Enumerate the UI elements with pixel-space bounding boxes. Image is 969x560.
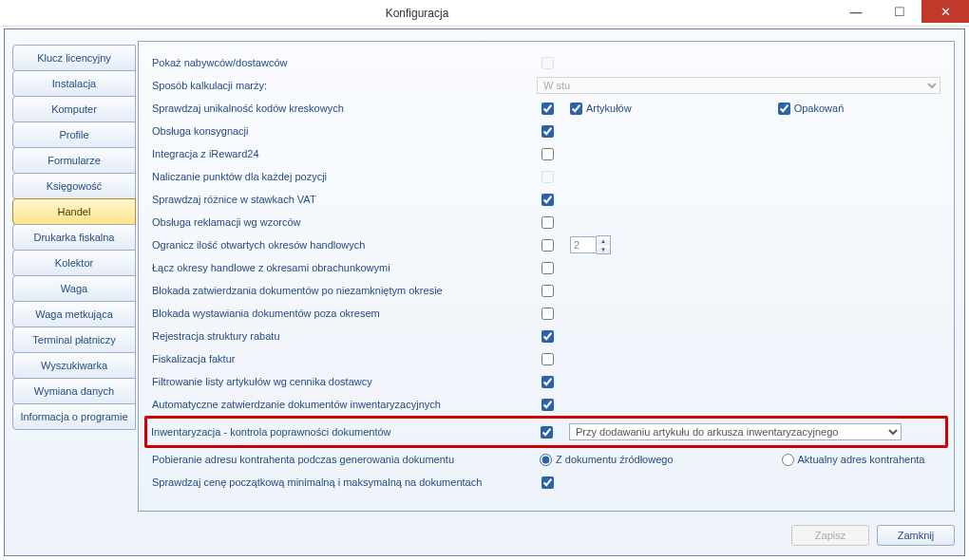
sidebar-item-11[interactable]: Terminal płatniczy [12,327,136,353]
setting-checkbox [542,171,554,183]
period-spinner-input [570,236,597,253]
setting-row-3: Obsługa konsygnacji [152,120,940,142]
setting-checkbox[interactable] [542,330,554,343]
close-dialog-button[interactable]: Zamknij [877,525,955,546]
config-window: Konfiguracja — ☐ ✕ Klucz licencyjnyInsta… [0,0,969,560]
setting-row-12: Rejestracja struktury rabatu [152,325,940,347]
setting-main [542,476,570,489]
setting-label: Blokada zatwierdzania dokumentów po niez… [152,285,542,296]
setting-row-18: Sprawdzaj cenę początkową minimalną i ma… [152,471,940,494]
dialog-buttons: Zapisz Zamknij [791,525,955,546]
setting-row-4: Integracja z iReward24 [152,142,940,165]
setting-row-8: Ogranicz ilość otwartych okresów handlow… [152,233,940,256]
title-bar: Konfiguracja — ☐ ✕ [0,0,969,27]
sidebar-item-10[interactable]: Waga metkująca [12,301,136,327]
radio-input[interactable] [782,454,794,466]
setting-main [542,57,570,69]
extra-check-1[interactable]: Opakowań [778,103,845,115]
setting-label: Filtrowanie listy artykułów wg cennika d… [152,376,542,387]
maximize-button[interactable]: ☐ [878,0,922,23]
spin-up-icon[interactable]: ▲ [597,236,610,245]
setting-checkbox[interactable] [542,103,554,115]
sidebar-item-8[interactable]: Kolektor [12,250,136,276]
close-button[interactable]: ✕ [922,0,969,23]
setting-checkbox[interactable] [542,216,554,229]
radio-input[interactable] [540,454,552,466]
sidebar-item-14[interactable]: Informacja o programie [12,403,136,430]
setting-select: W stu [537,77,940,94]
setting-main [542,239,570,252]
setting-checkbox[interactable] [542,194,554,206]
sidebar-item-9[interactable]: Waga [12,275,136,302]
sidebar-item-12[interactable]: Wyszukiwarka [12,352,136,379]
minimize-button[interactable]: — [834,0,878,23]
setting-checkbox[interactable] [542,239,554,252]
sidebar-item-5[interactable]: Księgowość [12,173,136,199]
sidebar-item-4[interactable]: Formularze [12,147,136,174]
setting-checkbox[interactable] [542,125,554,138]
setting-checkbox [542,57,554,69]
setting-label: Sprawdzaj unikalność kodów kreskowych [152,103,542,114]
setting-row-5: Naliczanie punktów dla każdej pozycji [152,165,940,188]
setting-label: Łącz okresy handlowe z okresami obrachun… [152,262,542,273]
setting-row-17: Pobieranie adresu kontrahenta podczas ge… [152,448,940,471]
setting-extra: Z dokumentu źródłowegoAktualny adres kon… [540,454,940,466]
setting-row-1: Sposób kalkulacji marży:W stu [152,74,940,97]
sidebar-item-6[interactable]: Handel [12,198,136,225]
radio-label: Z dokumentu źródłowego [556,454,674,465]
setting-checkbox[interactable] [541,426,553,439]
radio-option-0[interactable]: Z dokumentu źródłowego [540,454,674,466]
sidebar-item-1[interactable]: Instalacja [12,70,136,97]
setting-label: Automatyczne zatwierdzanie dokumentów in… [152,399,542,410]
window-buttons: — ☐ ✕ [834,0,969,26]
sidebar-item-13[interactable]: Wymiana danych [12,378,136,404]
setting-main [542,353,570,365]
config-sidebar: Klucz licencyjnyInstalacjaKomputerProfil… [12,45,136,429]
setting-row-0: Pokaż nabywców/dostawców [152,51,940,74]
config-panel: Pokaż nabywców/dostawcówSposób kalkulacj… [138,41,955,512]
setting-checkbox[interactable] [542,353,554,365]
radio-option-1[interactable]: Aktualny adres kontrahenta [782,454,925,466]
setting-row-14: Filtrowanie listy artykułów wg cennika d… [152,370,940,393]
setting-label: Obsługa reklamacji wg wzorców [152,216,542,228]
client-area: Klucz licencyjnyInstalacjaKomputerProfil… [4,28,965,556]
setting-checkbox[interactable] [542,476,554,489]
setting-checkbox[interactable] [542,376,554,388]
setting-label: Sprawdzaj cenę początkową minimalną i ma… [152,476,542,488]
setting-extra: W stu [539,77,940,94]
setting-label: Blokada wystawiania dokumentów poza okre… [152,308,542,319]
setting-row-9: Łącz okresy handlowe z okresami obrachun… [152,256,940,279]
setting-checkbox[interactable] [542,262,554,274]
sidebar-item-3[interactable]: Profile [12,121,136,148]
extra-check-0[interactable]: Artykułów [570,103,632,115]
setting-label: Pokaż nabywców/dostawców [152,57,542,68]
setting-label: Fiskalizacja faktur [152,353,542,364]
extra-checkbox[interactable] [570,103,582,115]
setting-main [542,376,570,388]
setting-row-7: Obsługa reklamacji wg wzorców [152,211,940,233]
setting-main [542,194,570,206]
setting-checkbox[interactable] [542,148,554,160]
setting-row-16: Inwentaryzacja - kontrola poprawności do… [144,416,948,448]
setting-main [542,148,570,160]
setting-row-11: Blokada wystawiania dokumentów poza okre… [152,302,940,325]
setting-row-10: Blokada zatwierdzania dokumentów po niez… [152,279,940,302]
radio-label: Aktualny adres kontrahenta [798,454,925,465]
save-button[interactable]: Zapisz [791,525,869,546]
sidebar-item-7[interactable]: Drukarka fiskalna [12,224,136,251]
setting-main [542,125,570,138]
setting-label: Sprawdzaj różnice w stawkach VAT [152,194,542,205]
setting-label: Rejestracja struktury rabatu [152,330,542,342]
setting-checkbox[interactable] [542,308,554,320]
setting-checkbox[interactable] [542,399,554,411]
setting-label: Naliczanie punktów dla każdej pozycji [152,171,542,182]
setting-checkbox[interactable] [542,285,554,297]
setting-select[interactable]: Przy dodawaniu artykułu do arkusza inwen… [569,423,902,440]
sidebar-item-0[interactable]: Klucz licencyjny [12,45,136,71]
setting-main [542,262,570,274]
setting-main [541,426,569,439]
sidebar-item-2[interactable]: Komputer [12,96,136,122]
spin-down-icon[interactable]: ▼ [597,245,610,253]
period-spinner[interactable]: ▲▼ [570,235,611,254]
extra-checkbox[interactable] [778,103,790,115]
